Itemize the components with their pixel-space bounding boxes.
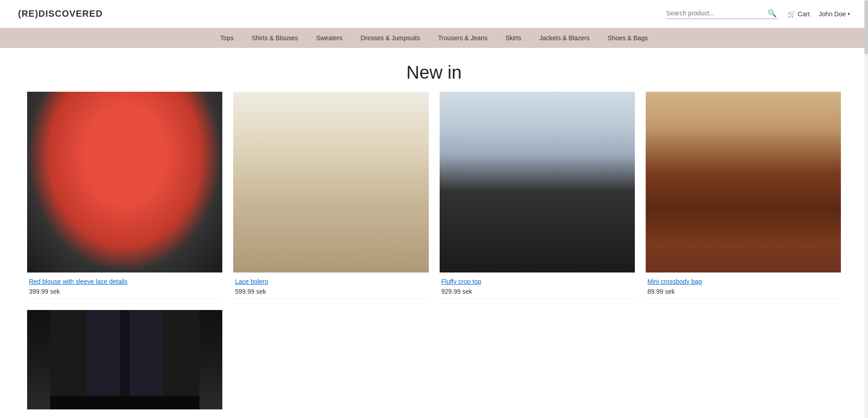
svg-rect-116: [784, 164, 789, 166]
product-image-svg: [440, 92, 635, 272]
product-name[interactable]: Lace bolero: [235, 278, 427, 285]
svg-point-139: [721, 221, 725, 225]
svg-point-132: [727, 256, 737, 262]
product-image-svg: [233, 92, 428, 272]
svg-line-71: [594, 141, 598, 148]
nav-item-tops[interactable]: Tops: [220, 34, 234, 42]
nav-item-jackets-blazers[interactable]: Jackets & Blazers: [540, 34, 590, 42]
logo[interactable]: (RE)DISCOVERED: [18, 9, 103, 19]
svg-rect-86: [526, 105, 549, 132]
product-image-svg: [27, 92, 222, 272]
svg-point-128: [736, 231, 746, 237]
header-right: 🔍 🛒 Cart John Doe ▾: [666, 9, 850, 19]
search-input[interactable]: [666, 9, 766, 17]
svg-line-61: [492, 164, 495, 173]
svg-line-72: [498, 182, 499, 189]
product-name[interactable]: Mini crossbody bag: [647, 278, 839, 285]
svg-rect-81: [508, 189, 567, 272]
scrollbar-thumb[interactable]: [864, 0, 868, 54]
svg-line-78: [552, 186, 553, 193]
product-card[interactable]: Mini crossbody bag 89.99 sek: [646, 92, 841, 299]
page-title: New in: [0, 62, 868, 83]
svg-rect-44: [463, 92, 612, 272]
product-image-partial-svg: [27, 310, 222, 409]
svg-rect-0: [50, 92, 199, 272]
svg-rect-14: [93, 214, 156, 272]
nav-item-shoes-bags[interactable]: Shoes & Bags: [608, 34, 648, 42]
svg-rect-142: [705, 182, 782, 188]
user-name: John Doe: [819, 10, 846, 18]
svg-point-126: [705, 229, 714, 235]
product-card[interactable]: Red blouse with sleeve lace details 399.…: [27, 92, 222, 299]
product-info: Mini crossbody bag 89.99 sek: [646, 272, 841, 299]
svg-rect-146: [120, 310, 129, 409]
product-image-container: [440, 92, 635, 272]
svg-rect-46: [463, 191, 612, 272]
product-image-container: [646, 92, 841, 272]
svg-point-124: [744, 211, 752, 216]
svg-point-121: [764, 193, 773, 199]
product-name[interactable]: Red blouse with sleeve lace details: [29, 278, 221, 285]
product-image-container: [27, 92, 222, 272]
svg-rect-10: [68, 150, 104, 196]
page-title-section: New in: [0, 48, 868, 92]
svg-line-28: [328, 132, 331, 182]
svg-point-134: [759, 258, 768, 264]
nav-item-shirts-blouses[interactable]: Shirts & Blouses: [252, 34, 298, 42]
svg-point-125: [757, 217, 766, 224]
svg-line-65: [579, 164, 583, 173]
product-info: Red blouse with sleeve lace details 399.…: [27, 272, 222, 299]
nav-item-sweaters[interactable]: Sweaters: [316, 34, 343, 42]
svg-point-9: [100, 130, 150, 157]
search-container: 🔍: [666, 9, 779, 19]
svg-point-85: [535, 187, 539, 191]
svg-point-7: [114, 227, 131, 250]
product-price: 89.99 sek: [647, 288, 839, 295]
product-info: Lace bolero 599.99 sek: [233, 272, 428, 299]
svg-point-117: [709, 193, 718, 199]
svg-line-58: [494, 137, 498, 146]
svg-point-32: [311, 140, 314, 143]
scrollbar[interactable]: [864, 0, 868, 418]
svg-rect-22: [256, 92, 405, 272]
svg-rect-17: [93, 232, 109, 243]
product-card[interactable]: Fluffy crop top 929.99 sek: [440, 92, 635, 299]
svg-point-38: [345, 145, 348, 147]
svg-point-131: [712, 249, 720, 255]
product-price: 599.99 sek: [235, 288, 427, 295]
svg-rect-43: [295, 180, 367, 185]
svg-rect-21: [104, 121, 145, 135]
svg-line-75: [525, 187, 526, 193]
svg-point-33: [318, 136, 321, 138]
user-dropdown[interactable]: John Doe ▾: [819, 10, 850, 18]
product-card[interactable]: Lace bolero 599.99 sek: [233, 92, 428, 299]
product-card-partial[interactable]: [27, 310, 222, 409]
svg-point-119: [736, 195, 746, 201]
svg-line-55: [555, 124, 558, 133]
nav-item-trousers-jeans[interactable]: Trousers & Jeans: [438, 34, 487, 42]
svg-line-57: [569, 127, 571, 136]
svg-rect-3: [50, 200, 199, 272]
svg-rect-19: [109, 119, 141, 146]
svg-rect-18: [141, 230, 156, 241]
svg-rect-88: [759, 92, 818, 205]
svg-line-52: [535, 122, 537, 131]
nav-item-dresses-jumpsuits[interactable]: Dresses & Jumpsuits: [361, 34, 420, 42]
nav-item-skirts[interactable]: Skirts: [506, 34, 521, 42]
svg-rect-144: [86, 310, 120, 409]
svg-point-130: [766, 231, 775, 237]
cart-icon: 🛒: [788, 10, 795, 18]
svg-rect-26: [283, 245, 378, 251]
product-name[interactable]: Fluffy crop top: [441, 278, 633, 285]
bottom-products-grid: [27, 310, 841, 409]
svg-point-136: [733, 207, 738, 211]
cart-link[interactable]: 🛒 Cart: [788, 10, 810, 18]
svg-point-5: [98, 214, 125, 250]
svg-rect-145: [129, 310, 163, 409]
product-info: Fluffy crop top 929.99 sek: [440, 272, 635, 299]
svg-line-73: [507, 184, 508, 191]
svg-point-42: [327, 153, 330, 157]
svg-rect-101: [682, 110, 716, 164]
svg-rect-147: [50, 396, 199, 409]
search-button[interactable]: 🔍: [766, 9, 779, 18]
